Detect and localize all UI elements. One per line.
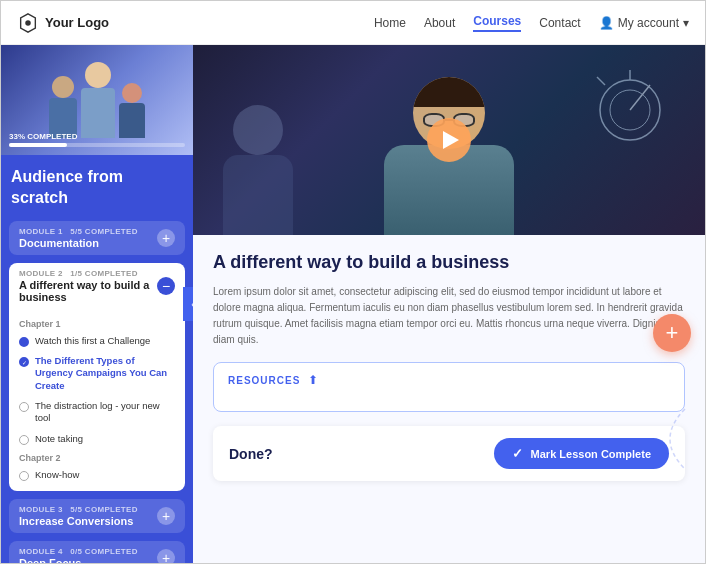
mark-complete-label: Mark Lesson Complete xyxy=(531,448,651,460)
logo-text: Your Logo xyxy=(45,15,109,30)
checkmark-icon: ✓ xyxy=(512,446,523,461)
nav-about[interactable]: About xyxy=(424,16,455,30)
sidebar: 33% COMPLETED Audience from scratch Modu… xyxy=(1,45,193,563)
drawing-tools-icon xyxy=(595,65,665,159)
module-4-meta: Module 4 0/5 Completed Deep Focus xyxy=(19,547,157,563)
account-menu[interactable]: 👤 My account ▾ xyxy=(599,16,689,30)
main-layout: 33% COMPLETED Audience from scratch Modu… xyxy=(1,45,705,563)
resources-box: RESOURCES ⬆ xyxy=(213,362,685,412)
progress-fill xyxy=(9,143,67,147)
module-3-toggle[interactable]: + xyxy=(157,507,175,525)
module-3-meta: Module 3 5/5 Completed Increase Conversi… xyxy=(19,505,157,527)
svg-point-1 xyxy=(25,20,31,26)
lesson-5[interactable]: Know-how xyxy=(9,465,185,485)
content-area: A different way to build a business Lore… xyxy=(193,45,705,563)
module-3-name: Increase Conversions xyxy=(19,515,157,527)
lesson-5-status xyxy=(19,471,29,481)
mark-complete-button[interactable]: ✓ Mark Lesson Complete xyxy=(494,438,669,469)
module-4-label: Module 4 0/5 Completed xyxy=(19,547,157,556)
play-button[interactable] xyxy=(427,118,471,162)
resources-header: RESOURCES ⬆ xyxy=(228,373,670,387)
lesson-1[interactable]: Watch this first a Challenge xyxy=(9,331,185,351)
module-item-2: Module 2 1/5 Completed A different way t… xyxy=(9,263,185,492)
chevron-left-icon: ‹ xyxy=(191,299,193,310)
lesson-2-status xyxy=(19,357,29,367)
module-1-meta: Module 1 5/5 Completed Documentation xyxy=(19,227,157,249)
module-3-label: Module 3 5/5 Completed xyxy=(19,505,157,514)
video-hero xyxy=(193,45,705,235)
done-label: Done? xyxy=(229,446,273,462)
lesson-1-status xyxy=(19,337,29,347)
logo-icon xyxy=(17,12,39,34)
lesson-3-text: The distraction log - your new tool xyxy=(35,400,175,425)
module-2-label: Module 2 1/5 Completed xyxy=(19,269,157,278)
progress-label: 33% COMPLETED xyxy=(9,132,185,141)
nav-home[interactable]: Home xyxy=(374,16,406,30)
svg-line-5 xyxy=(597,77,605,85)
module-2-content: Chapter 1 Watch this first a Challenge T… xyxy=(9,309,185,492)
lesson-2-text: The Different Types of Urgency Campaigns… xyxy=(35,355,175,392)
nav-contact[interactable]: Contact xyxy=(539,16,580,30)
done-bar: Done? ✓ Mark Lesson Complete xyxy=(213,426,685,481)
module-2-header[interactable]: Module 2 1/5 Completed A different way t… xyxy=(9,263,185,309)
module-item-4: Module 4 0/5 Completed Deep Focus + xyxy=(9,541,185,563)
progress-bar-container: 33% COMPLETED xyxy=(9,132,185,147)
module-item-3: Module 3 5/5 Completed Increase Conversi… xyxy=(9,499,185,533)
lesson-3-status xyxy=(19,402,29,412)
progress-track xyxy=(9,143,185,147)
lesson-1-text: Watch this first a Challenge xyxy=(35,335,150,347)
upload-icon: ⬆ xyxy=(308,373,318,387)
module-3-header[interactable]: Module 3 5/5 Completed Increase Conversi… xyxy=(9,499,185,533)
resources-label: RESOURCES xyxy=(228,375,300,386)
plus-icon: + xyxy=(666,320,679,346)
lesson-4-status xyxy=(19,435,29,445)
content-body: A different way to build a business Lore… xyxy=(193,235,705,507)
sidebar-hero: 33% COMPLETED xyxy=(1,45,193,155)
sidebar-title-section: Audience from scratch xyxy=(1,155,193,217)
chevron-down-icon: ▾ xyxy=(683,16,689,30)
chapter-2-label: Chapter 2 xyxy=(9,449,185,465)
module-4-toggle[interactable]: + xyxy=(157,549,175,563)
module-2-toggle[interactable]: − xyxy=(157,277,175,295)
lesson-4[interactable]: Note taking xyxy=(9,429,185,449)
lesson-5-text: Know-how xyxy=(35,469,79,481)
module-1-header[interactable]: Module 1 5/5 Completed Documentation + xyxy=(9,221,185,255)
logo[interactable]: Your Logo xyxy=(17,12,109,34)
course-title: Audience from scratch xyxy=(11,167,183,209)
module-1-name: Documentation xyxy=(19,237,157,249)
navbar: Your Logo Home About Courses Contact 👤 M… xyxy=(1,1,705,45)
chapter-1-label: Chapter 1 xyxy=(9,315,185,331)
nav-links: Home About Courses Contact xyxy=(374,14,581,32)
sidebar-collapse-button[interactable]: ‹ xyxy=(183,287,193,321)
content-title: A different way to build a business xyxy=(213,251,685,274)
play-icon xyxy=(443,131,459,149)
lesson-4-text: Note taking xyxy=(35,433,83,445)
lesson-2[interactable]: The Different Types of Urgency Campaigns… xyxy=(9,351,185,396)
module-4-header[interactable]: Module 4 0/5 Completed Deep Focus + xyxy=(9,541,185,563)
nav-courses[interactable]: Courses xyxy=(473,14,521,32)
lesson-3[interactable]: The distraction log - your new tool xyxy=(9,396,185,429)
module-1-toggle[interactable]: + xyxy=(157,229,175,247)
module-item-1: Module 1 5/5 Completed Documentation + xyxy=(9,221,185,255)
module-1-label: Module 1 5/5 Completed xyxy=(19,227,157,236)
svg-line-6 xyxy=(630,85,650,110)
account-icon: 👤 xyxy=(599,16,614,30)
bg-person xyxy=(223,105,293,235)
module-2-name: A different way to build a business xyxy=(19,279,157,303)
module-2-meta: Module 2 1/5 Completed A different way t… xyxy=(19,269,157,303)
module-4-name: Deep Focus xyxy=(19,557,157,563)
account-label: My account xyxy=(618,16,679,30)
content-description: Lorem ipsum dolor sit amet, consectetur … xyxy=(213,284,685,348)
